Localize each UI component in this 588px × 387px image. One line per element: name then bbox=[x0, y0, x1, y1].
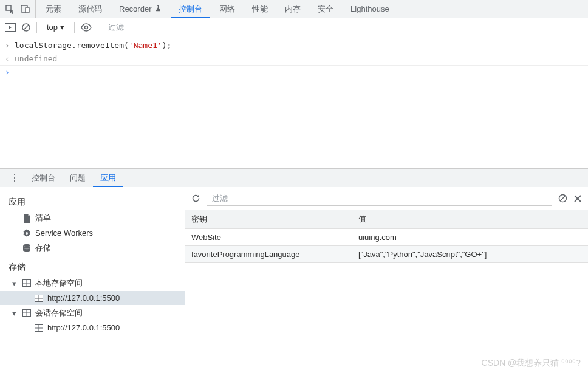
storage-toolbar bbox=[185, 187, 588, 210]
code-text: localStorage.removeItem('Name1'); bbox=[15, 41, 171, 50]
svg-point-5 bbox=[85, 26, 88, 29]
drawer-tabs: ⋮ 控制台 问题 应用 bbox=[0, 169, 588, 187]
divider bbox=[98, 22, 98, 33]
tab-network[interactable]: 网络 bbox=[212, 0, 242, 18]
database-icon bbox=[22, 244, 32, 252]
tab-memory[interactable]: 内存 bbox=[278, 0, 308, 18]
divider bbox=[36, 22, 37, 33]
console-prompt-line[interactable]: › bbox=[0, 66, 588, 78]
caret-down-icon: ▾ bbox=[12, 309, 18, 318]
storage-table: 密钥 值 WebSite uiuing.com favoriteProgramm… bbox=[185, 210, 588, 387]
table-icon bbox=[34, 324, 44, 332]
tab-performance[interactable]: 性能 bbox=[245, 0, 275, 18]
prompt-arrow-icon: › bbox=[5, 67, 15, 77]
svg-line-29 bbox=[561, 196, 566, 201]
tree-label: http://127.0.0.1:5500 bbox=[47, 323, 120, 332]
svg-rect-15 bbox=[39, 295, 43, 298]
console-toolbar: top ▾ bbox=[0, 18, 588, 36]
tab-console[interactable]: 控制台 bbox=[171, 0, 210, 18]
output-text: undefined bbox=[15, 54, 57, 63]
table-row[interactable]: WebSite uiuing.com bbox=[185, 229, 588, 246]
svg-rect-16 bbox=[35, 298, 39, 301]
console-filter-input[interactable] bbox=[104, 21, 214, 33]
console-output-line: ‹ undefined bbox=[0, 52, 588, 66]
tab-recorder-label: Recorder bbox=[119, 4, 151, 13]
divider bbox=[74, 22, 75, 33]
svg-point-7 bbox=[23, 244, 30, 247]
svg-rect-20 bbox=[27, 310, 31, 313]
table-icon bbox=[22, 279, 32, 287]
sidebar-item-label: Service Workers bbox=[35, 228, 93, 238]
tree-label: 会话存储空间 bbox=[35, 307, 83, 318]
svg-rect-9 bbox=[23, 280, 27, 283]
cell-value: ["Java","Python","JavaScript","GO+"] bbox=[352, 246, 588, 262]
devtools-top-tabs: 元素 源代码 Recorder 控制台 网络 性能 内存 安全 Lighthou… bbox=[0, 0, 588, 18]
svg-rect-26 bbox=[35, 328, 39, 331]
toggle-sidebar-icon[interactable] bbox=[5, 23, 16, 32]
storage-filter-input[interactable] bbox=[207, 191, 552, 206]
splitter-gap[interactable] bbox=[0, 81, 588, 168]
caret-down-icon: ▾ bbox=[12, 279, 18, 288]
context-label: top bbox=[47, 22, 58, 32]
svg-rect-12 bbox=[27, 284, 31, 287]
live-expression-icon[interactable] bbox=[81, 23, 92, 32]
sidebar-item-storage[interactable]: 存储 bbox=[0, 240, 185, 256]
svg-rect-10 bbox=[27, 280, 31, 283]
svg-rect-1 bbox=[26, 7, 29, 13]
output-arrow-icon: ‹ bbox=[5, 54, 15, 63]
header-key[interactable]: 密钥 bbox=[185, 210, 352, 228]
table-icon bbox=[34, 295, 44, 302]
tab-security[interactable]: 安全 bbox=[310, 0, 341, 18]
flask-icon bbox=[155, 5, 162, 12]
console-body: › localStorage.removeItem('Name1'); ‹ un… bbox=[0, 36, 588, 81]
tab-sources[interactable]: 源代码 bbox=[71, 0, 109, 18]
svg-rect-14 bbox=[35, 295, 39, 298]
application-sidebar: 应用 清单 Service Workers 存储 存储 bbox=[0, 187, 185, 387]
refresh-icon[interactable] bbox=[191, 194, 200, 203]
tree-label: 本地存储空间 bbox=[35, 278, 83, 289]
tree-session-storage[interactable]: ▾ 会话存储空间 bbox=[0, 305, 185, 321]
drawer-tab-application[interactable]: 应用 bbox=[93, 169, 123, 187]
clear-console-icon[interactable] bbox=[22, 23, 30, 32]
drawer-tab-console[interactable]: 控制台 bbox=[24, 169, 63, 187]
context-selector[interactable]: top ▾ bbox=[43, 21, 68, 33]
svg-rect-19 bbox=[23, 310, 27, 313]
cell-key: WebSite bbox=[185, 229, 352, 245]
delete-selected-icon[interactable] bbox=[573, 194, 582, 203]
tab-elements[interactable]: 元素 bbox=[38, 0, 69, 18]
device-toolbar-icon[interactable] bbox=[21, 4, 30, 14]
svg-rect-25 bbox=[39, 325, 43, 328]
sidebar-item-service-workers[interactable]: Service Workers bbox=[0, 226, 185, 240]
tree-local-storage[interactable]: ▾ 本地存储空间 bbox=[0, 275, 185, 291]
sidebar-item-label: 存储 bbox=[35, 242, 51, 253]
table-icon bbox=[22, 309, 32, 317]
storage-view: 密钥 值 WebSite uiuing.com favoriteProgramm… bbox=[185, 187, 588, 387]
header-value[interactable]: 值 bbox=[352, 210, 588, 228]
svg-point-6 bbox=[26, 232, 28, 235]
cursor bbox=[16, 68, 16, 77]
table-row[interactable]: favoriteProgrammingLanguage ["Java","Pyt… bbox=[185, 246, 588, 263]
cell-key: favoriteProgrammingLanguage bbox=[185, 246, 352, 262]
drawer-menu-icon[interactable]: ⋮ bbox=[5, 172, 24, 183]
gear-icon bbox=[22, 229, 32, 238]
tab-recorder[interactable]: Recorder bbox=[112, 1, 169, 17]
svg-rect-17 bbox=[39, 298, 43, 301]
tree-session-storage-origin[interactable]: http://127.0.0.1:5500 bbox=[0, 321, 185, 335]
sidebar-item-manifest[interactable]: 清单 bbox=[0, 210, 185, 226]
clear-all-icon[interactable] bbox=[558, 194, 567, 203]
drawer: ⋮ 控制台 问题 应用 应用 清单 Service Workers bbox=[0, 168, 588, 387]
tree-local-storage-origin[interactable]: http://127.0.0.1:5500 bbox=[0, 291, 185, 305]
input-arrow-icon: › bbox=[5, 41, 15, 50]
inspect-icon[interactable] bbox=[5, 4, 15, 14]
section-application: 应用 bbox=[0, 191, 185, 210]
cell-value: uiuing.com bbox=[352, 229, 588, 245]
console-input-line: › localStorage.removeItem('Name1'); bbox=[0, 39, 588, 52]
section-storage: 存储 bbox=[0, 256, 185, 275]
tab-lighthouse[interactable]: Lighthouse bbox=[343, 1, 397, 17]
svg-rect-24 bbox=[35, 325, 39, 328]
chevron-down-icon: ▾ bbox=[60, 22, 64, 32]
drawer-tab-issues[interactable]: 问题 bbox=[63, 169, 93, 187]
top-icon-group bbox=[5, 0, 36, 18]
table-header-row: 密钥 值 bbox=[185, 210, 588, 229]
document-icon bbox=[22, 214, 32, 223]
